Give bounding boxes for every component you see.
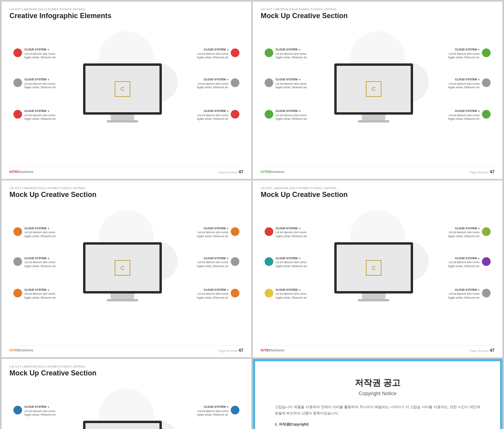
monitor-logo: C	[366, 81, 382, 97]
slide-4-subtitle: LID EST LABORUM DOLO RUMES FUGATS UNTRAS…	[261, 187, 495, 189]
node-r1: CLOUD SYSTEMLid est laborum dolo rumesfu…	[197, 227, 239, 238]
node-r1: CLOUD SYSTEMLid est laborum dolo rumesfu…	[448, 48, 491, 59]
node-l1: CLOUD SYSTEMLid est laborum dolo rumesfu…	[13, 227, 56, 238]
copyright-title-korean: 저작권 공고	[355, 377, 400, 389]
slide-5-subtitle: LID EST LABORUM DOLO RUMES FUGATS UNTRAS…	[9, 365, 243, 368]
slide-2-content: C CLOUD SYSTEMLid est laborum dolo rumes…	[261, 23, 495, 165]
slide-4: LID EST LABORUM DOLO RUMES FUGATS UNTRAS…	[253, 180, 502, 358]
monitor: C	[83, 421, 162, 429]
monitor: C	[83, 242, 162, 301]
monitor-logo: C	[115, 81, 130, 97]
slide-2: LID EST LABORUM DOLO RUMES FUGATS UNTRAS…	[253, 2, 502, 179]
footer-page: Page Number 47	[218, 348, 243, 353]
node-l2: CLOUD SYSTEMLid est laborum dolo rumesfu…	[265, 256, 307, 268]
node-r1: CLOUD SYSTEMLid est laborum dolo rumesfu…	[197, 405, 239, 416]
monitor: C	[334, 63, 413, 123]
slide-3: LID EST LABORUM DOLO RUMES FUGATS UNTRAS…	[2, 180, 251, 358]
node-r3: CLOUD SYSTEMLid est laborum dolo rumesfu…	[448, 288, 491, 299]
slide-4-title: Mock Up Creative Section	[261, 191, 495, 199]
monitor: C	[83, 63, 162, 123]
node-l1: CLOUD SYSTEMLid est laborum dolo rumesfu…	[13, 405, 56, 416]
copyright-slide: 저작권 공고 Copyright Notice 고맙습니다 제품을 사용하여 전…	[253, 359, 502, 429]
footer-brand: KITEBusiness	[9, 348, 33, 352]
copyright-intro: 고맙습니다 제품을 사용하여 전에이 서비물 활용하여 주시어서 배달되는 나마…	[275, 404, 480, 416]
node-r1: CLOUD SYSTEMLid est laborum dolo rumesfu…	[448, 227, 491, 238]
footer-page: Page Number 47	[469, 348, 495, 353]
node-l1: CLOUD SYSTEMLid est laborum dolo rumesfu…	[265, 227, 307, 238]
node-r3: CLOUD SYSTEMLid est laborum dolo rumesfu…	[197, 288, 239, 299]
section-1-title: 1. 저작권(Copyright)	[275, 421, 480, 427]
copyright-title-english: Copyright Notice	[359, 390, 397, 396]
slide-2-footer: KITEBusiness Page Number 47	[261, 167, 495, 174]
copyright-body: 고맙습니다 제품을 사용하여 전에이 서비물 활용하여 주시어서 배달되는 나마…	[275, 404, 480, 429]
monitor: C	[334, 242, 413, 301]
slide-1-subtitle: LID EST LABORUM DOLO RUMES FUGATS UNTRAS…	[9, 8, 243, 11]
slide-3-title: Mock Up Creative Section	[9, 191, 243, 199]
slide-5-title: Mock Up Creative Section	[9, 369, 243, 377]
node-r1: CLOUD SYSTEMLid est laborum dolo rumesfu…	[197, 48, 239, 59]
node-r2: CLOUD SYSTEMLid est laborum dolo rumesfu…	[197, 256, 239, 268]
slide-3-subtitle: LID EST LABORUM DOLO RUMES FUGATS UNTRAS…	[9, 187, 243, 189]
node-l3: CLOUD SYSTEMLid est laborum dolo rumesfu…	[265, 288, 307, 299]
slide-4-footer: KITEBusiness Page Number 47	[261, 345, 495, 353]
copyright-section-1: 1. 저작권(Copyright) 본관 고맙습니다 저는 저작권으로 또한 대…	[275, 421, 480, 429]
slide-3-footer: KITEBusiness Page Number 47	[9, 345, 243, 353]
slide-3-content: C CLOUD SYSTEMLid est laborum dolo rumes…	[9, 202, 243, 344]
slide-4-content: C CLOUD SYSTEMLid est laborum dolo rumes…	[261, 202, 495, 344]
node-l1: CLOUD SYSTEMLid est laborum dolo rumesfu…	[13, 48, 56, 59]
monitor-logo: C	[115, 260, 130, 276]
slide-5: LID EST LABORUM DOLO RUMES FUGATS UNTRAS…	[2, 359, 251, 429]
node-l2: CLOUD SYSTEMLid est laborum dolo rumesfu…	[13, 256, 56, 268]
slide-5-content: C CLOUD SYSTEMLid est laborum dolo rumes…	[9, 381, 243, 429]
node-l2: CLOUD SYSTEMLid est laborum dolo rumesfu…	[265, 78, 307, 89]
node-l1: CLOUD SYSTEMLid est laborum dolo rumesfu…	[265, 48, 307, 59]
slide-1-footer: KITEBusiness Page Number 47	[9, 167, 243, 174]
footer-brand: KITEBusiness	[261, 348, 285, 352]
node-r2: CLOUD SYSTEMLid est laborum dolo rumesfu…	[448, 256, 491, 268]
node-l3: CLOUD SYSTEMLid est laborum dolo rumesfu…	[13, 109, 56, 121]
footer-brand: KITEBusiness	[261, 170, 285, 174]
slide-2-subtitle: LID EST LABORUM DOLO RUMES FUGATS UNTRAS…	[261, 8, 495, 11]
node-r3: CLOUD SYSTEMLid est laborum dolo rumesfu…	[448, 109, 491, 121]
slide-1-content: C CLOUD SYSTEMLid est laborum dolo rumes…	[9, 23, 243, 165]
footer-page: Page Number 47	[218, 169, 243, 174]
node-l2: CLOUD SYSTEMLid est laborum dolo rumesfu…	[13, 78, 56, 89]
node-r3: CLOUD SYSTEMLid est laborum dolo rumesfu…	[197, 109, 239, 121]
slide-2-title: Mock Up Creative Section	[261, 12, 495, 20]
node-l3: CLOUD SYSTEMLid est laborum dolo rumesfu…	[13, 288, 56, 299]
slide-1-title: Creative Infographic Elements	[9, 12, 243, 20]
node-r2: CLOUD SYSTEMLid est laborum dolo rumesfu…	[197, 78, 239, 89]
footer-page: Page Number 47	[469, 169, 495, 174]
monitor-logo: C	[366, 260, 382, 276]
node-l3: CLOUD SYSTEMLid est laborum dolo rumesfu…	[265, 109, 307, 121]
slide-1: LID EST LABORUM DOLO RUMES FUGATS UNTRAS…	[2, 2, 251, 179]
footer-brand: KITEBusiness	[9, 170, 33, 174]
node-r2: CLOUD SYSTEMLid est laborum dolo rumesfu…	[448, 78, 491, 89]
